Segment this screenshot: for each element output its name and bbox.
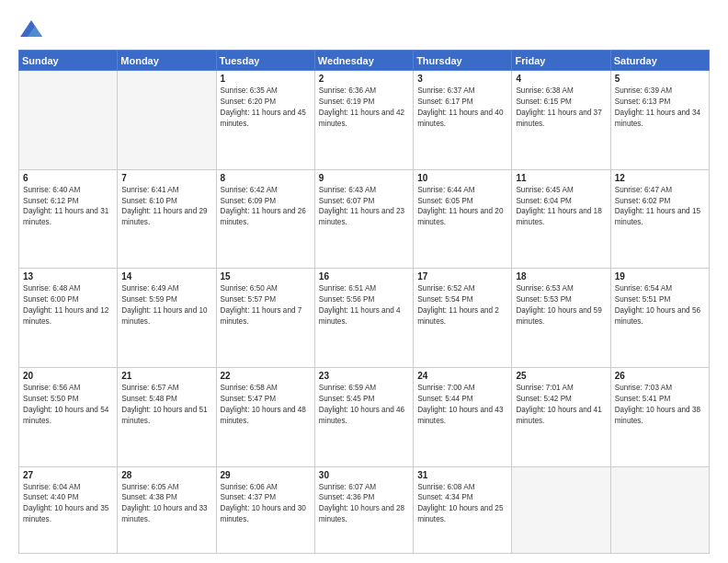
calendar-cell: 23Sunrise: 6:59 AMSunset: 5:45 PMDayligh… [314,367,413,466]
weekday-header-sunday: Sunday [19,51,118,71]
day-number: 17 [417,271,507,282]
day-number: 3 [417,74,507,84]
day-info: Sunrise: 6:38 AMSunset: 6:15 PMDaylight:… [516,86,606,130]
day-info: Sunrise: 7:03 AMSunset: 5:41 PMDaylight:… [615,383,705,427]
calendar-cell [512,466,610,554]
day-info: Sunrise: 6:43 AMSunset: 6:07 PMDaylight:… [319,185,409,229]
calendar-week-1: 1Sunrise: 6:35 AMSunset: 6:20 PMDaylight… [19,71,710,170]
day-number: 14 [121,271,211,282]
day-number: 30 [319,470,409,480]
day-info: Sunrise: 6:58 AMSunset: 5:47 PMDaylight:… [221,383,311,427]
day-number: 18 [516,271,606,282]
calendar-week-4: 20Sunrise: 6:56 AMSunset: 5:50 PMDayligh… [19,367,710,466]
day-info: Sunrise: 6:56 AMSunset: 5:50 PMDaylight:… [23,383,113,427]
calendar-cell: 31Sunrise: 6:08 AMSunset: 4:34 PMDayligh… [414,466,512,554]
calendar-week-2: 6Sunrise: 6:40 AMSunset: 6:12 PMDaylight… [19,169,710,269]
calendar-cell: 20Sunrise: 6:56 AMSunset: 5:50 PMDayligh… [19,367,118,466]
day-info: Sunrise: 6:37 AMSunset: 6:17 PMDaylight:… [417,86,507,130]
header [18,17,710,42]
day-info: Sunrise: 6:04 AMSunset: 4:40 PMDaylight:… [23,482,113,526]
day-number: 22 [221,371,311,381]
weekday-header-row: SundayMondayTuesdayWednesdayThursdayFrid… [19,51,710,71]
calendar-cell: 26Sunrise: 7:03 AMSunset: 5:41 PMDayligh… [610,367,709,466]
day-number: 11 [516,173,606,183]
calendar-cell: 14Sunrise: 6:49 AMSunset: 5:59 PMDayligh… [118,269,216,368]
day-number: 26 [615,371,705,381]
day-info: Sunrise: 6:08 AMSunset: 4:34 PMDaylight:… [417,482,507,526]
calendar-cell: 15Sunrise: 6:50 AMSunset: 5:57 PMDayligh… [216,269,314,368]
day-info: Sunrise: 6:40 AMSunset: 6:12 PMDaylight:… [23,185,113,229]
calendar-cell: 29Sunrise: 6:06 AMSunset: 4:37 PMDayligh… [216,466,314,554]
day-number: 19 [615,271,705,282]
calendar-cell: 10Sunrise: 6:44 AMSunset: 6:05 PMDayligh… [414,169,512,269]
calendar-cell: 11Sunrise: 6:45 AMSunset: 6:04 PMDayligh… [512,169,610,269]
calendar-cell: 6Sunrise: 6:40 AMSunset: 6:12 PMDaylight… [19,169,118,269]
day-number: 28 [121,470,211,480]
day-info: Sunrise: 6:06 AMSunset: 4:37 PMDaylight:… [221,482,311,526]
day-info: Sunrise: 7:01 AMSunset: 5:42 PMDaylight:… [516,383,606,427]
weekday-header-friday: Friday [512,51,610,71]
day-number: 12 [615,173,705,183]
calendar-cell: 13Sunrise: 6:48 AMSunset: 6:00 PMDayligh… [19,269,118,368]
day-number: 9 [319,173,409,183]
weekday-header-tuesday: Tuesday [216,51,314,71]
calendar-cell: 5Sunrise: 6:39 AMSunset: 6:13 PMDaylight… [610,71,709,170]
day-number: 10 [417,173,507,183]
calendar-cell: 17Sunrise: 6:52 AMSunset: 5:54 PMDayligh… [414,269,512,368]
calendar-cell: 22Sunrise: 6:58 AMSunset: 5:47 PMDayligh… [216,367,314,466]
day-info: Sunrise: 6:51 AMSunset: 5:56 PMDaylight:… [319,283,409,327]
day-number: 1 [221,74,311,84]
day-number: 25 [516,371,606,381]
calendar-cell: 8Sunrise: 6:42 AMSunset: 6:09 PMDaylight… [216,169,314,269]
calendar-week-3: 13Sunrise: 6:48 AMSunset: 6:00 PMDayligh… [19,269,710,368]
day-info: Sunrise: 6:42 AMSunset: 6:09 PMDaylight:… [221,185,311,229]
day-number: 24 [417,371,507,381]
weekday-header-thursday: Thursday [414,51,512,71]
day-info: Sunrise: 6:35 AMSunset: 6:20 PMDaylight:… [221,86,311,130]
day-number: 2 [319,74,409,84]
logo-icon [18,17,44,42]
day-number: 4 [516,74,606,84]
day-info: Sunrise: 6:39 AMSunset: 6:13 PMDaylight:… [615,86,705,130]
day-info: Sunrise: 6:53 AMSunset: 5:53 PMDaylight:… [516,283,606,327]
day-info: Sunrise: 6:41 AMSunset: 6:10 PMDaylight:… [121,185,211,229]
day-number: 13 [23,271,113,282]
page: SundayMondayTuesdayWednesdayThursdayFrid… [0,0,728,563]
calendar-cell: 12Sunrise: 6:47 AMSunset: 6:02 PMDayligh… [610,169,709,269]
day-info: Sunrise: 6:47 AMSunset: 6:02 PMDaylight:… [615,185,705,229]
calendar-cell: 24Sunrise: 7:00 AMSunset: 5:44 PMDayligh… [414,367,512,466]
day-info: Sunrise: 6:07 AMSunset: 4:36 PMDaylight:… [319,482,409,526]
calendar-cell: 9Sunrise: 6:43 AMSunset: 6:07 PMDaylight… [314,169,413,269]
calendar-cell [19,71,118,170]
day-info: Sunrise: 6:36 AMSunset: 6:19 PMDaylight:… [319,86,409,130]
day-number: 21 [121,371,211,381]
day-info: Sunrise: 6:54 AMSunset: 5:51 PMDaylight:… [615,283,705,327]
day-number: 20 [23,371,113,381]
calendar-week-5: 27Sunrise: 6:04 AMSunset: 4:40 PMDayligh… [19,466,710,554]
weekday-header-saturday: Saturday [610,51,709,71]
day-info: Sunrise: 6:59 AMSunset: 5:45 PMDaylight:… [319,383,409,427]
calendar-cell: 25Sunrise: 7:01 AMSunset: 5:42 PMDayligh… [512,367,610,466]
day-info: Sunrise: 7:00 AMSunset: 5:44 PMDaylight:… [417,383,507,427]
logo [18,17,48,42]
day-info: Sunrise: 6:05 AMSunset: 4:38 PMDaylight:… [121,482,211,526]
calendar-cell: 1Sunrise: 6:35 AMSunset: 6:20 PMDaylight… [216,71,314,170]
calendar-cell: 7Sunrise: 6:41 AMSunset: 6:10 PMDaylight… [118,169,216,269]
calendar-cell: 28Sunrise: 6:05 AMSunset: 4:38 PMDayligh… [118,466,216,554]
calendar-cell: 4Sunrise: 6:38 AMSunset: 6:15 PMDaylight… [512,71,610,170]
day-info: Sunrise: 6:45 AMSunset: 6:04 PMDaylight:… [516,185,606,229]
day-info: Sunrise: 6:44 AMSunset: 6:05 PMDaylight:… [417,185,507,229]
calendar-cell: 18Sunrise: 6:53 AMSunset: 5:53 PMDayligh… [512,269,610,368]
calendar-cell [118,71,216,170]
day-number: 16 [319,271,409,282]
weekday-header-monday: Monday [118,51,216,71]
day-info: Sunrise: 6:57 AMSunset: 5:48 PMDaylight:… [121,383,211,427]
day-number: 6 [23,173,113,183]
day-number: 23 [319,371,409,381]
calendar-cell [610,466,709,554]
day-number: 5 [615,74,705,84]
day-number: 8 [221,173,311,183]
day-number: 27 [23,470,113,480]
day-info: Sunrise: 6:48 AMSunset: 6:00 PMDaylight:… [23,283,113,327]
calendar-cell: 21Sunrise: 6:57 AMSunset: 5:48 PMDayligh… [118,367,216,466]
